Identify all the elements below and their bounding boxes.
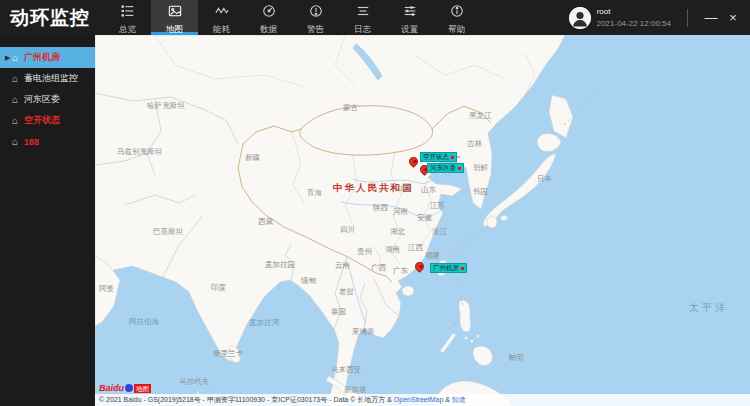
- home-icon: ⌂: [12, 136, 24, 147]
- baidu-paw-icon: [125, 384, 133, 392]
- sidebar-item-hedong-district[interactable]: ▶ ⌂ 河东区委: [0, 89, 95, 110]
- tab-help[interactable]: 帮助: [433, 0, 480, 35]
- baidu-map-chip: 地图: [134, 384, 151, 393]
- sidebar-item-label: 河东区委: [24, 93, 60, 106]
- osm-link[interactable]: OpenStreetMap: [394, 396, 443, 403]
- app-title: 动环监控: [0, 0, 104, 35]
- basemap-svg: [95, 35, 750, 406]
- main-nav: 总览 地图 能耗 数据 警告 日志: [104, 0, 480, 35]
- sidebar-item-label: 188: [24, 137, 39, 147]
- top-bar: 动环监控 总览 地图 能耗 数据 警告: [0, 0, 750, 35]
- map-image-icon: [168, 4, 182, 22]
- tab-energy[interactable]: 能耗: [198, 0, 245, 35]
- sidebar-item-guangzhou-room[interactable]: ▶ ⌂ 广州机房: [0, 47, 95, 68]
- user-info: root 2021-04-22 12:00:54: [597, 7, 671, 29]
- sidebar-item-label: 蓄电池组监控: [24, 72, 78, 85]
- map-canvas[interactable]: 中华人民共和国 哈萨克斯坦乌兹别克斯坦蒙古新疆青海西藏四川陕西山西山东河南湖北湖…: [95, 35, 750, 406]
- map-marker-label[interactable]: 广州机房: [430, 263, 467, 273]
- minimize-button[interactable]: —: [700, 10, 722, 25]
- home-icon: ⌂: [12, 73, 24, 84]
- tab-alert[interactable]: 警告: [292, 0, 339, 35]
- gauge-icon: [262, 4, 276, 22]
- country-label: 中华人民共和国: [333, 182, 414, 195]
- divider: [687, 9, 688, 27]
- list-icon: [121, 4, 135, 22]
- sliders-icon: [403, 4, 417, 22]
- tab-overview[interactable]: 总览: [104, 0, 151, 35]
- sidebar-item-label: 广州机房: [24, 51, 60, 64]
- attribution-text: &: [443, 396, 452, 403]
- baidu-logo[interactable]: Baidu 地图: [99, 383, 151, 393]
- attribution-text: © 2021 Baidu - GS(2019)5218号 - 甲测资字11100…: [99, 396, 394, 403]
- user-name: root: [597, 7, 671, 17]
- user-avatar[interactable]: [569, 7, 591, 29]
- map-marker-label[interactable]: 空开状态: [420, 152, 457, 162]
- sidebar-item-battery-monitor[interactable]: ▶ ⌂ 蓄电池组监控: [0, 68, 95, 89]
- tab-settings[interactable]: 设置: [386, 0, 433, 35]
- topbar-right: root 2021-04-22 12:00:54 — ×: [569, 0, 750, 35]
- triangle-icon: ▶: [5, 54, 12, 62]
- waveform-icon: [215, 4, 229, 22]
- map-marker-label[interactable]: 河东区委: [427, 163, 464, 173]
- app-window: 动环监控 总览 地图 能耗 数据 警告: [0, 0, 750, 406]
- datetime: 2021-04-22 12:00:54: [597, 19, 671, 29]
- warning-icon: [309, 4, 323, 22]
- partner-link[interactable]: 知途: [452, 396, 466, 403]
- log-icon: [356, 4, 370, 22]
- sidebar-item-188[interactable]: ▶ ⌂ 188: [0, 131, 95, 152]
- site-sidebar: ▶ ⌂ 广州机房 ▶ ⌂ 蓄电池组监控 ▶ ⌂ 河东区委 ▶ ⌂ 空开状态 ▶: [0, 35, 95, 406]
- home-icon: ⌂: [12, 52, 24, 63]
- home-icon: ⌂: [12, 94, 24, 105]
- map-attribution: © 2021 Baidu - GS(2019)5218号 - 甲测资字11100…: [95, 394, 750, 406]
- close-button[interactable]: ×: [722, 10, 744, 25]
- home-icon: ⌂: [12, 115, 24, 126]
- sidebar-item-breaker-status[interactable]: ▶ ⌂ 空开状态: [0, 110, 95, 131]
- tab-log[interactable]: 日志: [339, 0, 386, 35]
- tab-map[interactable]: 地图: [151, 0, 198, 35]
- tab-data[interactable]: 数据: [245, 0, 292, 35]
- sidebar-item-label: 空开状态: [24, 114, 60, 127]
- baidu-brand-text: Baidu: [99, 383, 124, 393]
- help-icon: [450, 4, 464, 22]
